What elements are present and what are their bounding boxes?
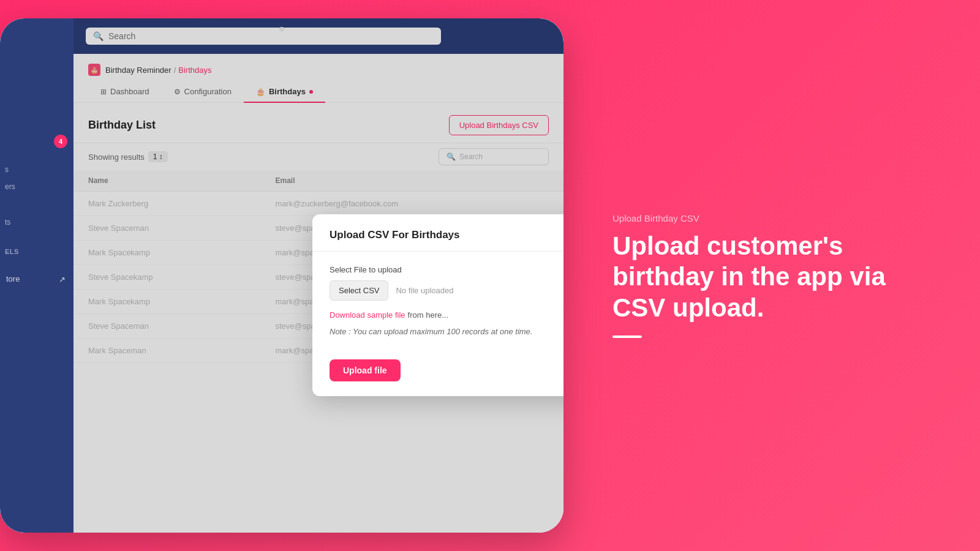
download-suffix: from here... xyxy=(408,310,448,320)
sidebar-label-ts: ts xyxy=(5,218,10,227)
tablet-camera xyxy=(279,27,284,32)
main-content: 🔍 🎂 Birthday Reminder / Birthdays ⊞ Dash… xyxy=(74,18,564,533)
right-subtitle: Upload Birthday CSV xyxy=(612,213,943,223)
right-title: Upload customer's birthday in the app vi… xyxy=(612,231,943,323)
tablet-frame: 4 s ers ts ELS tore ↗ 🔍 🎂 xyxy=(0,18,564,533)
sidebar-store-label: tore xyxy=(6,274,20,283)
sidebar-label-ers: ers xyxy=(5,182,15,191)
sidebar-item-store[interactable]: tore ↗ xyxy=(0,269,74,288)
right-divider xyxy=(612,335,642,338)
select-csv-button[interactable]: Select CSV xyxy=(330,280,388,301)
upload-csv-modal: Upload CSV For Birthdays Select File to … xyxy=(312,214,564,396)
modal-title: Upload CSV For Birthdays xyxy=(330,229,564,241)
right-panel: Upload Birthday CSV Upload customer's bi… xyxy=(564,0,980,551)
external-link-icon: ↗ xyxy=(59,275,67,283)
download-line: Download sample file from here... xyxy=(330,310,564,320)
upload-file-button[interactable]: Upload file xyxy=(330,359,401,381)
modal-footer: Upload file Discard xyxy=(312,350,564,396)
download-sample-link[interactable]: Download sample file xyxy=(330,310,405,320)
modal-note: Note : You can upload maximum 100 record… xyxy=(330,327,564,336)
modal-section-label: Select File to upload xyxy=(330,265,564,274)
file-select-row: Select CSV No file uploaded xyxy=(330,280,564,301)
no-file-text: No file uploaded xyxy=(396,286,453,295)
sidebar-badge: 4 xyxy=(54,135,67,148)
modal-body: Select File to upload Select CSV No file… xyxy=(312,252,564,350)
sidebar: 4 s ers ts ELS tore ↗ xyxy=(0,18,74,533)
tablet-screen: 4 s ers ts ELS tore ↗ 🔍 🎂 xyxy=(0,18,564,533)
sidebar-channels-label: ELS xyxy=(5,248,19,255)
sidebar-label-s: s xyxy=(5,165,9,174)
modal-header: Upload CSV For Birthdays xyxy=(312,214,564,252)
